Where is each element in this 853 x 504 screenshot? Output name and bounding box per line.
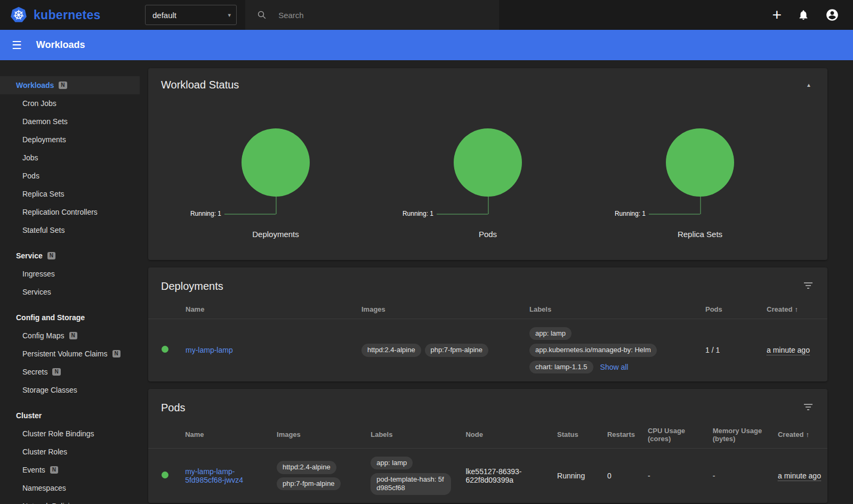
deployment-name-link[interactable]: my-lamp-lamp (186, 346, 233, 354)
notifications-button[interactable] (798, 9, 809, 21)
plus-icon: + (772, 7, 782, 23)
replica-sets-pie-chart (666, 128, 734, 197)
label-chip: app.kubernetes.io/managed-by: Helm (529, 344, 657, 356)
sidebar-item-replication-controllers[interactable]: Replication Controllers (0, 203, 140, 221)
bell-icon (798, 9, 809, 21)
pie-chart-title: Pods (479, 230, 497, 239)
status-ok-icon (162, 472, 168, 478)
sidebar-item-secrets[interactable]: Secrets N (0, 363, 140, 381)
kubernetes-logo-link[interactable]: kubernetes (0, 6, 140, 24)
sidebar-item-replica-sets[interactable]: Replica Sets (0, 185, 140, 203)
sidebar-item-cluster-role-bindings[interactable]: Cluster Role Bindings (0, 425, 140, 443)
main-content: Workload Status ▲ Running: 1 Deployments (140, 60, 853, 504)
layout: Workloads N Cron Jobs Daemon Sets Deploy… (0, 60, 853, 504)
sidebar-item-label: Secrets (22, 368, 47, 376)
created-timestamp: a minute ago (767, 346, 810, 355)
sidebar-item-label: Services (22, 288, 51, 296)
pod-name-link[interactable]: my-lamp-lamp-5fd985cf68-jwvz4 (185, 467, 243, 484)
pods-card: Pods Name Images Labels (148, 389, 827, 503)
sidebar-item-label: Workloads (16, 81, 54, 90)
sidebar-item-workloads[interactable]: Workloads N (0, 76, 140, 94)
pod-memory-usage: - (706, 448, 771, 502)
deployments-col-images: Images (355, 300, 523, 319)
pods-card-header: Pods (148, 389, 827, 421)
workload-chart-replica-sets: Running: 1 Replica Sets (594, 128, 806, 239)
deployments-header-row: Name Images Labels Pods Created↑ (148, 300, 827, 319)
deployments-col-created[interactable]: Created↑ (760, 300, 827, 319)
legend-line-horizontal (437, 214, 488, 215)
sidebar-item-daemon-sets[interactable]: Daemon Sets (0, 112, 140, 131)
sidebar-item-label: Service (16, 251, 43, 260)
sidebar-item-config-maps[interactable]: Config Maps N (0, 327, 140, 345)
sidebar-item-label: Namespaces (22, 484, 66, 492)
pods-col-memory: Memory Usage (bytes) (706, 421, 771, 449)
sidebar-item-label: Cluster Role Bindings (22, 429, 94, 438)
sidebar-item-label: Network Policies (22, 502, 77, 504)
pods-col-created[interactable]: Created↑ (771, 421, 827, 449)
pie-legend-running: Running: 1 (190, 210, 221, 217)
create-resource-button[interactable]: + (772, 7, 782, 23)
deployments-col-name[interactable]: Name (179, 300, 355, 319)
filter-button[interactable] (796, 277, 820, 296)
pods-header-row: Name Images Labels Node Status Restarts … (148, 421, 827, 449)
pods-col-name[interactable]: Name (179, 421, 270, 449)
pods-pie-chart (454, 128, 522, 197)
workload-status-card: Workload Status ▲ Running: 1 Deployments (148, 68, 827, 260)
label-chip: chart: lamp-1.1.5 (529, 361, 593, 373)
pods-col-node: Node (459, 421, 551, 449)
sidebar-item-cron-jobs[interactable]: Cron Jobs (0, 94, 140, 112)
sidebar-item-services[interactable]: Services (0, 283, 140, 301)
show-all-labels-link[interactable]: Show all (600, 363, 629, 371)
chevron-up-icon: ▲ (806, 82, 811, 88)
sidebar-item-ingresses[interactable]: Ingresses (0, 265, 140, 283)
pie-legend-running: Running: 1 (615, 210, 646, 217)
menu-button[interactable]: ☰ (12, 39, 22, 51)
sidebar-item-cluster[interactable]: Cluster (0, 407, 140, 425)
new-badge: N (52, 368, 60, 376)
new-badge: N (69, 332, 77, 339)
sidebar-item-config-and-storage[interactable]: Config and Storage (0, 308, 140, 327)
sidebar-item-service[interactable]: Service N (0, 247, 140, 265)
new-badge: N (47, 252, 55, 259)
sidebar-item-stateful-sets[interactable]: Stateful Sets (0, 221, 140, 239)
collapse-card-button[interactable]: ▲ (798, 78, 820, 92)
sort-asc-icon: ↑ (806, 430, 809, 438)
pie-legend-connector: Running: 1 (382, 197, 594, 215)
deployments-table: Name Images Labels Pods Created↑ my-lamp… (148, 300, 827, 381)
new-badge: N (50, 466, 58, 474)
namespace-selector[interactable]: default ▾ (145, 5, 237, 25)
sidebar-item-storage-classes[interactable]: Storage Classes (0, 381, 140, 399)
pods-table: Name Images Labels Node Status Restarts … (148, 421, 827, 503)
card-title: Deployments (161, 280, 223, 292)
pods-col-restarts: Restarts (601, 421, 641, 449)
pie-chart-title: Deployments (252, 230, 299, 239)
sidebar-item-label: Events (22, 466, 45, 474)
image-chip: httpd:2.4-alpine (361, 344, 421, 356)
account-button[interactable] (825, 8, 839, 22)
node-name: lke55127-86393-622f8d09399a (465, 467, 521, 484)
column-label: Created (767, 305, 792, 313)
sidebar-item-cluster-roles[interactable]: Cluster Roles (0, 443, 140, 461)
sidebar-item-namespaces[interactable]: Namespaces (0, 479, 140, 497)
sidebar-item-network-policies[interactable]: Network Policies (0, 497, 140, 504)
filter-button[interactable] (796, 399, 820, 417)
sidebar-item-label: Cron Jobs (22, 99, 57, 108)
label-chip: app: lamp (371, 457, 413, 469)
sidebar-item-deployments[interactable]: Deployments (0, 131, 140, 149)
sidebar-item-jobs[interactable]: Jobs (0, 149, 140, 167)
deployment-row[interactable]: my-lamp-lamp httpd:2.4-alpine php:7-fpm-… (148, 319, 827, 381)
sidebar-item-label: Pods (22, 172, 39, 180)
sidebar-item-label: Ingresses (22, 270, 55, 278)
header-actions: + (772, 7, 853, 23)
sidebar-item-events[interactable]: Events N (0, 461, 140, 479)
pods-ratio: 1 / 1 (699, 319, 760, 381)
workload-charts-row: Running: 1 Deployments Running: 1 Pods (148, 96, 827, 260)
sidebar-item-pods[interactable]: Pods (0, 167, 140, 185)
sidebar-item-label: Cluster Roles (22, 448, 67, 456)
search-input[interactable] (278, 11, 490, 20)
sidebar-item-persistent-volume-claims[interactable]: Persistent Volume Claims N (0, 345, 140, 363)
pod-row[interactable]: my-lamp-lamp-5fd985cf68-jwvz4 httpd:2.4-… (148, 448, 827, 502)
sidebar-item-label: Config and Storage (16, 313, 85, 322)
search-icon (257, 10, 267, 20)
sidebar-item-label: Deployments (22, 135, 66, 144)
